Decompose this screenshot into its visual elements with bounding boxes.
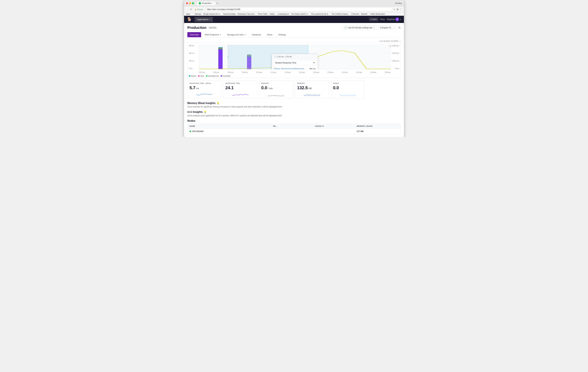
nav-chevron-icon: ▼ [209,19,211,20]
metric-sparkline-3 [261,92,291,96]
tooltip-items-list: Devise::SessionsController#create 661 ms [272,67,318,69]
compare-button[interactable]: Compare To... ▼ [378,26,397,30]
tab-database[interactable]: Database [249,32,263,37]
controller-legend-label: Controller [223,75,231,77]
metric-unit: / min [268,87,273,90]
url-bar: ‹ › ↻ 🔒 Secure ☆ ⊞ ⋮ [184,7,404,12]
last-updated-label: Last Updated: 02:35AM [379,40,398,42]
bookmarks-bar: Apps | Startups Design lessons for e... … [184,12,404,16]
bookmark-design[interactable]: Design lessons for e... [203,13,221,15]
x-label-13: 2:28 am [385,72,391,73]
tab-alerts[interactable]: Alerts [264,32,275,37]
bookmark-most[interactable]: The 10 Most Underu... [332,13,349,15]
col-response: Re... [273,125,315,127]
chart-close-button[interactable]: ✕ [389,45,391,47]
tab-title: Produciton [202,2,211,4]
tab-settings-label: Settings [278,33,286,36]
app-title-right: 🕐 Last 30 minutes ending now ▼ Compare T… [343,26,401,30]
col-memory: Memory Usage [357,125,399,127]
metric-response-mean: Response Time - Mean 5.7 ms [187,80,221,98]
dog-icon: 🐕 [187,17,192,21]
metric-memory-value: 132.5 MB [297,85,327,90]
url-input[interactable] [205,8,392,11]
memory-bulb-icon: 💡 [217,102,219,104]
bookmark-scratchpad[interactable]: scratchpad.io/ [278,13,289,15]
router-legend-label: Router [191,75,196,77]
nodes-section: Nodes Name Re... Usage % Memory Usage 3f… [187,119,401,134]
menu-icon[interactable]: ⋮ [400,8,402,11]
metric-value: 0.0 [261,85,267,90]
tooltip-item[interactable]: Devise::SessionsController#create 661 ms [272,67,318,69]
bookmark-pens[interactable]: Pens picked by the E... [311,13,330,15]
metric-memory-label: Memory [297,83,327,84]
table-row: 3f47c6fcb9df 137 MB [188,129,400,134]
metric-errors: Errors 0.0 / min [259,80,293,98]
n1-title-text: n+1 Insights [187,111,203,114]
col-usage: Usage % [315,125,357,127]
bookmark-apps[interactable]: Apps [186,13,190,15]
metric-apdex-label: Apdex [333,83,363,84]
bookmark-other[interactable]: » Other Bookmarks [369,13,385,15]
back-button[interactable]: ‹ [186,8,187,11]
app-nav: Applications ▼ [195,17,213,22]
user-display: Bradley [395,2,402,4]
lock-icon: 🔒 [195,9,197,10]
bookmark-hacker[interactable]: The Hacker Shelf | C... [291,13,309,15]
new-tab-button[interactable]: + [216,2,218,5]
browser-tab[interactable]: Produciton ✕ [197,1,216,5]
y-axis-label-0: 0 ms [189,68,194,69]
reload-button[interactable]: ↻ [190,8,192,11]
activerecord-legend-dot [206,75,207,77]
tab-close-button[interactable]: ✕ [212,2,214,4]
chart-nav-arrows[interactable]: ‹ › [399,40,401,42]
nav-applications[interactable]: Applications ▼ [195,17,213,22]
maximize-button[interactable] [192,2,194,4]
metric-response-time-value: 24.1 [225,85,255,90]
tooltip-metric-select[interactable]: Slowest Response Time [273,60,316,65]
x-label-3: 2:08 am [242,72,248,73]
legend-view: View [198,75,204,77]
sparkline-svg-3 [261,92,291,96]
forward-button[interactable]: › [188,8,189,11]
table-header: Name Re... Usage % Memory Usage [188,124,400,129]
bookmark-think[interactable]: Think Traffic — Build... [258,13,276,15]
controller-legend-dot [221,75,222,77]
secure-badge: 🔒 Secure [193,8,204,11]
bookmark-icon[interactable]: ☆ [394,8,396,11]
bookmark-secrets[interactable]: $ Secrets [351,13,359,15]
slack-button[interactable]: # slack [369,17,378,21]
y-axis-right-2000: 2,000 rpm [392,60,399,62]
tooltip-popup: 🕑 2:02 am - 2:20 am Slowest Response Tim… [272,54,318,69]
tab-settings[interactable]: Settings [276,32,288,37]
bookmark-selector[interactable]: SelectorGadget [223,13,236,15]
daily-drip-button[interactable]: DailyDrip B ▼ [387,18,401,21]
svg-rect-2 [218,49,223,69]
tooltip-item-name: Devise::SessionsController#create [274,68,304,69]
tab-overview[interactable]: Overview [187,32,201,37]
bookmark-bootstrap[interactable]: Bootstrap 3 Tips and... [238,13,256,15]
n1-insights-title: n+1 Insights 💡 [187,111,401,114]
tab-web-endpoints[interactable]: Web Endpoints ▼ [202,32,224,37]
sparkline-svg-5 [333,92,363,96]
tab-background-jobs[interactable]: Background Jobs ▼ [225,32,248,37]
y-axis-label-200: 200 ms [189,52,194,54]
metric-memory: Memory 132.5 MB [295,80,329,98]
time-selector[interactable]: 🕐 Last 30 minutes ending now ▼ [343,26,377,30]
y-axis-right: 6,000 rpm 4,000 rpm 2,000 rpm 0 rpm [392,45,399,69]
minimize-button[interactable] [189,2,191,4]
tooltip-clock-icon: 🕑 [274,55,276,58]
x-label-12: 2:26 am [370,72,376,73]
docs-button[interactable]: Docs [380,18,385,21]
memory-insights-title: Memory Bloat Insights 💡 [187,102,401,105]
chart-plot[interactable]: 🕑 2:02 am - 2:20 am Slowest Response Tim… [199,45,391,69]
prev-arrow-icon[interactable]: ‹ [399,40,400,42]
bookmark-repeat[interactable]: Repeat! [361,13,368,15]
close-button[interactable] [186,2,188,4]
extensions-icon[interactable]: ⊞ [397,8,399,11]
bookmark-startups[interactable]: Startups [195,13,201,15]
refresh-icon[interactable]: ↻ [399,26,401,29]
next-arrow-icon[interactable]: › [400,40,401,42]
selection-handle-left[interactable] [227,56,229,58]
time-chevron-icon: ▼ [373,27,375,29]
x-label-8: 2:18 am [313,72,319,73]
